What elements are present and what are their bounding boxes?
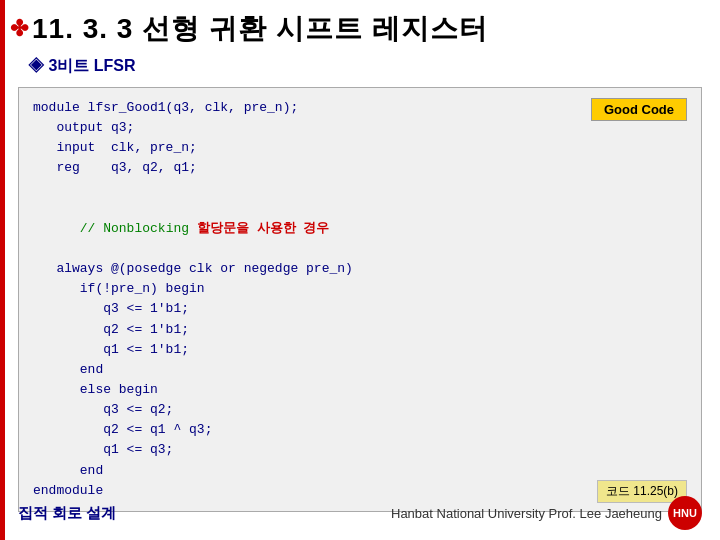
code-line: input clk, pre_n; xyxy=(33,138,687,158)
or-keyword: or xyxy=(220,261,236,276)
footer-university-text: Hanbat National University Prof. Lee Jae… xyxy=(391,506,662,521)
page-title: 11. 3. 3 선형 귀환 시프트 레지스터 xyxy=(32,10,488,48)
subtitle-text: 3비트 LFSR xyxy=(48,57,135,74)
code-line: module lfsr_Good1(q3, clk, pre_n); xyxy=(33,98,687,118)
subtitle-bullet: ◈ xyxy=(28,57,44,74)
code-line: else begin xyxy=(33,380,687,400)
comment-prefix: // Nonblocking xyxy=(80,221,197,236)
subtitle: ◈ 3비트 LFSR xyxy=(0,54,720,83)
header-icon: ✤ xyxy=(10,16,28,42)
code-container: Good Code module lfsr_Good1(q3, clk, pre… xyxy=(18,87,702,512)
left-accent-bar xyxy=(0,0,5,540)
footer-right: Hanbat National University Prof. Lee Jae… xyxy=(391,496,702,530)
good-code-badge: Good Code xyxy=(591,98,687,121)
code-line: q1 <= q3; xyxy=(33,440,687,460)
code-line: q1 <= 1'b1; xyxy=(33,340,687,360)
code-line: q3 <= 1'b1; xyxy=(33,299,687,319)
footer-logo: HNU xyxy=(668,496,702,530)
code-line-comment: // Nonblocking 할당문을 사용한 경우 xyxy=(33,199,687,259)
code-line: end xyxy=(33,461,687,481)
code-line-blank xyxy=(33,179,687,199)
code-line: q2 <= q1 ^ q3; xyxy=(33,420,687,440)
code-line: q2 <= 1'b1; xyxy=(33,320,687,340)
footer-left-text: 집적 회로 설계 xyxy=(18,504,116,523)
code-line: output q3; xyxy=(33,118,687,138)
comment-korean: 할당문을 사용한 경우 xyxy=(197,221,330,236)
code-line: q3 <= q2; xyxy=(33,400,687,420)
header: ✤ 11. 3. 3 선형 귀환 시프트 레지스터 xyxy=(0,0,720,54)
code-line: reg q3, q2, q1; xyxy=(33,158,687,178)
code-line: always @(posedge clk or negedge pre_n) xyxy=(33,259,687,279)
code-line: if(!pre_n) begin xyxy=(33,279,687,299)
code-line: end xyxy=(33,360,687,380)
footer: 집적 회로 설계 Hanbat National University Prof… xyxy=(0,490,720,534)
page: ✤ 11. 3. 3 선형 귀환 시프트 레지스터 ◈ 3비트 LFSR Goo… xyxy=(0,0,720,540)
